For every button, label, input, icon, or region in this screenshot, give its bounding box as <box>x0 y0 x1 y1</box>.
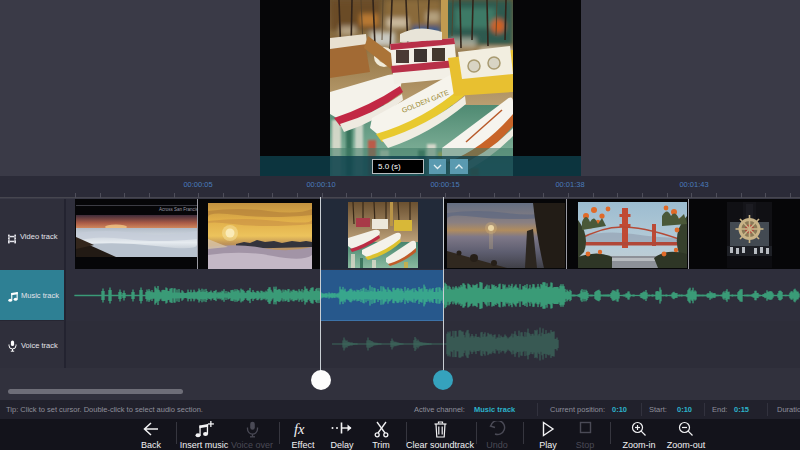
svg-text:fx: fx <box>294 421 305 437</box>
